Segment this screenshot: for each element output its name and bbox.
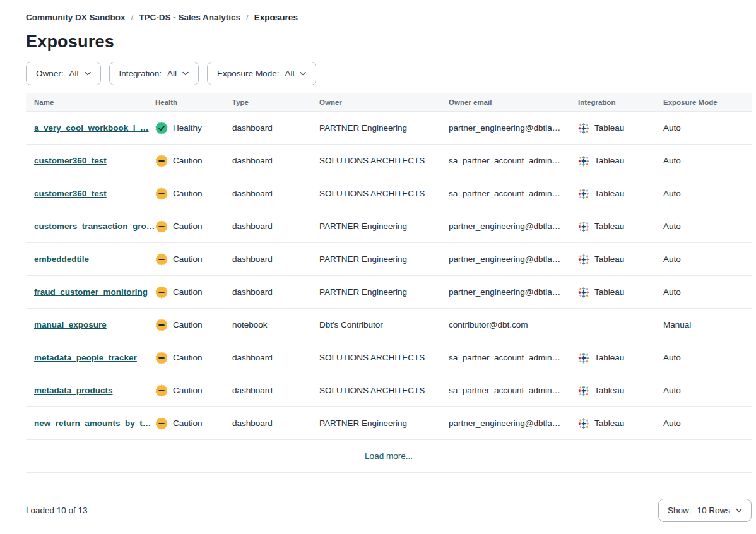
tableau-icon [578, 122, 589, 134]
integration-label: Tableau [594, 222, 624, 231]
show-rows-dropdown[interactable]: Show: 10 Rows [658, 499, 752, 522]
chevron-down-icon [182, 71, 189, 76]
integration-cell: Tableau [578, 221, 663, 232]
tableau-icon [578, 188, 589, 199]
integration-filter-value: All [167, 69, 177, 78]
exposure-name-link[interactable]: metadata_products [34, 386, 113, 395]
column-header-name: Name [26, 98, 155, 106]
health-cell: Caution [155, 253, 232, 266]
pagination-footer: Loaded 10 of 13 Show: 10 Rows [26, 499, 752, 522]
exposure-name-link[interactable]: customers_transaction_gro… [34, 222, 155, 231]
owner-filter-dropdown[interactable]: Owner: All [26, 62, 101, 85]
breadcrumb-separator: / [246, 13, 249, 22]
health-cell: Caution [155, 352, 232, 364]
integration-label: Tableau [594, 287, 624, 297]
divider [26, 456, 305, 456]
breadcrumb: Community DX Sandbox / TPC-DS - Sales An… [26, 13, 751, 22]
breadcrumb-item-exposures: Exposures [254, 13, 298, 22]
type-cell: dashboard [232, 156, 319, 165]
exposure-mode-cell: Auto [663, 156, 752, 165]
type-cell: dashboard [232, 123, 319, 133]
exposure-name-link[interactable]: customer360_test [34, 156, 107, 165]
exposure-name-link[interactable]: metadata_people_tracker [34, 353, 137, 362]
owner-email-cell: contributor@dbt.com [449, 320, 578, 329]
integration-cell: Tableau [578, 254, 663, 265]
tableau-icon [578, 287, 589, 298]
table-row: embeddedtile Caution dashboard PARTNER E… [26, 243, 752, 276]
column-header-owner-email: Owner email [449, 98, 578, 106]
breadcrumb-item-account[interactable]: Community DX Sandbox [26, 13, 126, 22]
column-header-owner: Owner [319, 98, 449, 106]
exposure-name-link[interactable]: embeddedtile [34, 254, 89, 264]
table-row: customer360_test Caution dashboard SOLUT… [26, 177, 752, 210]
exposure-name-link[interactable]: fraud_customer_monitoring [34, 287, 148, 297]
type-cell: dashboard [232, 254, 319, 264]
exposure-mode-cell: Auto [663, 254, 752, 264]
exposure-name-link[interactable]: a_very_cool_workbook_i_… [34, 123, 149, 133]
health-cell: Caution [155, 220, 232, 233]
type-cell: dashboard [232, 386, 319, 395]
type-cell: dashboard [232, 353, 319, 362]
owner-filter-value: All [69, 69, 79, 78]
owner-email-cell: partner_engineering@dbtla… [449, 287, 578, 297]
health-label: Caution [173, 386, 203, 395]
owner-filter-label: Owner: [36, 69, 64, 78]
health-cell: Caution [155, 155, 232, 167]
health-status-icon [155, 319, 168, 331]
table-row: manual_exposure Caution notebook Dbt's C… [26, 309, 752, 341]
column-header-integration: Integration [578, 98, 663, 106]
health-status-icon [155, 253, 168, 266]
owner-cell: SOLUTIONS ARCHITECTS [319, 189, 449, 198]
health-label: Caution [173, 418, 203, 428]
breadcrumb-item-project[interactable]: TPC-DS - Sales Analytics [139, 13, 240, 22]
tableau-icon [578, 418, 589, 429]
column-header-health: Health [155, 98, 232, 106]
exposure-name-link[interactable]: new_return_amounts_by_t… [34, 418, 151, 428]
type-cell: dashboard [232, 418, 319, 428]
owner-cell: Dbt's Contributor [319, 320, 449, 329]
integration-cell: Tableau [578, 385, 663, 396]
show-rows-label: Show: [668, 506, 692, 515]
health-label: Caution [173, 320, 203, 329]
show-rows-value: 10 Rows [697, 506, 730, 515]
exposure-name-link[interactable]: customer360_test [34, 189, 107, 198]
load-more-link[interactable]: Load more... [305, 451, 473, 461]
owner-cell: SOLUTIONS ARCHITECTS [319, 353, 449, 362]
health-label: Caution [173, 189, 203, 198]
load-more-row: Load more... [26, 440, 752, 473]
integration-cell: Tableau [578, 155, 663, 167]
integration-label: Tableau [594, 418, 624, 428]
integration-cell: Tableau [578, 188, 663, 199]
owner-cell: PARTNER Engineering [319, 254, 449, 264]
owner-cell: SOLUTIONS ARCHITECTS [319, 156, 449, 165]
exposure-mode-filter-dropdown[interactable]: Exposure Mode: All [207, 62, 316, 85]
health-label: Caution [173, 254, 203, 264]
table-row: metadata_people_tracker Caution dashboar… [26, 341, 752, 374]
health-cell: Healthy [155, 122, 232, 134]
table-row: a_very_cool_workbook_i_… Healthy dashboa… [26, 112, 752, 145]
health-label: Caution [173, 287, 203, 297]
column-header-type: Type [232, 98, 319, 106]
table-row: fraud_customer_monitoring Caution dashbo… [26, 276, 752, 309]
integration-label: Tableau [594, 386, 624, 395]
integration-cell: Tableau [578, 352, 663, 364]
exposure-name-link[interactable]: manual_exposure [34, 320, 107, 329]
table-body: a_very_cool_workbook_i_… Healthy dashboa… [26, 112, 752, 440]
health-cell: Caution [155, 286, 232, 299]
owner-cell: PARTNER Engineering [319, 287, 449, 297]
integration-label: Tableau [594, 156, 624, 165]
owner-cell: PARTNER Engineering [319, 123, 449, 133]
owner-cell: SOLUTIONS ARCHITECTS [319, 386, 449, 395]
health-label: Healthy [173, 123, 202, 133]
integration-filter-label: Integration: [119, 69, 162, 78]
health-status-icon [155, 417, 168, 430]
table-row: new_return_amounts_by_t… Caution dashboa… [26, 407, 752, 440]
owner-email-cell: partner_engineering@dbtla… [449, 254, 578, 264]
health-cell: Caution [155, 417, 232, 430]
integration-filter-dropdown[interactable]: Integration: All [109, 62, 199, 85]
integration-label: Tableau [594, 123, 624, 133]
health-status-icon [155, 155, 168, 167]
integration-label: Tableau [594, 254, 624, 264]
tableau-icon [578, 254, 589, 265]
filter-bar: Owner: All Integration: All Exposure Mod… [26, 62, 751, 85]
